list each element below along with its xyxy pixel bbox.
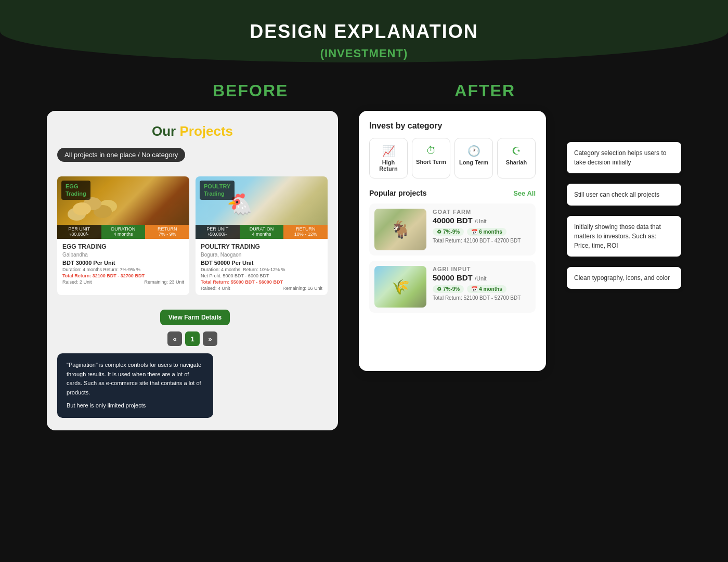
poultry-net-profit: Net Profit: 5000 BDT - 6000 BDT [201,273,322,278]
poultry-trading-card: POULTRYTrading PER UNIT৳50,000/- DURATIO… [196,176,328,295]
poultry-trading-image: POULTRYTrading PER UNIT৳50,000/- DURATIO… [196,176,328,239]
invest-by-category-title: Invest by category [369,121,536,131]
category-long-term[interactable]: 🕐 Long Term [454,138,493,178]
long-term-label: Long Term [458,159,489,165]
egg-total-return: Total Return: 32100 BDT - 32700 BDT [62,273,184,278]
view-farm-details-button[interactable]: View Farm Details [160,310,230,325]
popular-projects-title: Popular projects [369,189,426,197]
poultry-card-body: POULTRY TRADING Bogura, Naogaon BDT 5000… [196,239,328,295]
see-all-link[interactable]: See All [513,189,536,197]
egg-trading-card: EGGTrading PER UNIT৳30,000/- DURATION4 m… [57,176,189,295]
pagination: « 1 » [57,331,328,346]
annotation-3: Initially showing those data that matter… [567,216,681,257]
page-subtitle: (INVESTMENT) [21,47,707,60]
egg-card-location: Gaibandha [62,252,184,258]
page-content: DESIGN EXPLANATION (INVESTMENT) BEFORE A… [0,0,728,462]
popular-projects-header: Popular projects See All [369,189,536,197]
after-label: AFTER [454,81,515,100]
roi-icon: ♻ [437,229,441,235]
egg-overlay-label: EGGTrading [61,181,90,200]
poultry-card-title: POULTRY TRADING [201,243,322,250]
goat-farm-name: GOAT FARM [433,209,530,215]
category-grid: 📈 High Return ⏱ Short Term 🕐 Long Term ☪… [369,138,536,178]
egg-card-body: EGG TRADING Gaibandha BDT 30000 Per Unit… [57,239,189,289]
annotation-4: Clean typography, icons, and color [567,267,681,289]
before-panel: Our Projects All projects in one place /… [47,111,338,430]
agri-input-price: 50000 BDT /Unit [433,273,530,282]
goat-farm-info: GOAT FARM 40000 BDT /Unit ♻ 7%-9% 📅 6 mo… [433,209,530,250]
short-term-label: Short Term [415,159,447,165]
egg-raised-row: Raised: 2 Unit Remaining: 23 Unit [62,279,184,285]
main-area: Our Projects All projects in one place /… [21,111,707,430]
poultry-card-detail: Duration: 4 months Return: 10%-12% % [201,267,322,272]
short-term-icon: ⏱ [415,145,447,157]
annotation-1: Category selection helps users to take d… [567,142,681,173]
poultry-overlay-label: POULTRYTrading [200,181,235,200]
pagination-prev[interactable]: « [167,331,182,346]
egg-card-title: EGG TRADING [62,243,184,250]
our-text: Our [152,123,176,139]
section-labels: BEFORE AFTER [21,81,707,100]
category-shariah[interactable]: ☪ Shariah [497,138,536,178]
roi-icon-2: ♻ [437,286,441,292]
pagination-next[interactable]: » [203,331,217,346]
goat-farm-item: 🐐 GOAT FARM 40000 BDT /Unit ♻ 7%-9% 📅 [369,203,536,256]
long-term-icon: 🕐 [458,145,489,157]
goat-farm-roi-badge: ♻ 7%-9% [433,228,464,236]
poultry-card-stats: PER UNIT৳50,000/- DURATION4 months RETUR… [196,225,328,239]
agri-input-total-return: Total Return: 52100 BDT - 52700 BDT [433,295,530,301]
egg-duration-stat: DURATION4 months [101,225,146,239]
poultry-raised-row: Raised: 4 Unit Remaining: 16 Unit [201,286,322,291]
annotations-column: Category selection helps users to take d… [567,111,681,289]
egg-return-stat: RETURN7% - 9% [145,225,189,239]
shariah-label: Shariah [501,159,532,165]
high-return-icon: 📈 [373,145,404,157]
goat-farm-price: 40000 BDT /Unit [433,216,530,225]
poultry-card-location: Bogura, Naogaon [201,252,322,258]
category-short-term[interactable]: ⏱ Short Term [412,138,450,178]
category-high-return[interactable]: 📈 High Return [369,138,408,178]
egg-card-detail: Duration: 4 months Return: 7%-9% % [62,267,184,272]
goat-farm-badges: ♻ 7%-9% 📅 6 months [433,228,530,236]
poultry-duration-stat: DURATION4 months [240,225,284,239]
page-header: DESIGN EXPLANATION (INVESTMENT) [21,21,707,60]
egg-card-stats: PER UNIT৳30,000/- DURATION4 months RETUR… [57,225,189,239]
poultry-per-unit-stat: PER UNIT৳50,000/- [196,225,240,239]
agri-input-duration-badge: 📅 4 months [467,285,506,293]
all-projects-badge: All projects in one place / No category [57,148,185,162]
poultry-total-return: Total Return: 55000 BDT - 56000 BDT [201,279,322,285]
before-panel-title: Our Projects [57,123,328,139]
duration-icon-2: 📅 [471,286,477,292]
shariah-icon: ☪ [501,145,532,157]
agri-input-badges: ♻ 7%-9% 📅 4 months [433,285,530,293]
agri-input-roi-badge: ♻ 7%-9% [433,285,464,293]
duration-icon: 📅 [471,229,477,235]
agri-input-image: 🌾 [374,266,426,308]
pagination-tooltip: "Pagination" is complex controls for use… [57,353,213,418]
before-label: BEFORE [213,81,288,100]
pagination-page-1[interactable]: 1 [185,331,200,346]
agri-input-name: AGRI INPUT [433,266,530,272]
high-return-label: High Return [373,159,404,172]
project-cards-grid: EGGTrading PER UNIT৳30,000/- DURATION4 m… [57,176,328,295]
agri-input-info: AGRI INPUT 50000 BDT /Unit ♻ 7%-9% 📅 4 m… [433,266,530,308]
after-panel: Invest by category 📈 High Return ⏱ Short… [359,111,546,371]
poultry-card-price: BDT 50000 Per Unit [201,260,322,266]
agri-input-item: 🌾 AGRI INPUT 50000 BDT /Unit ♻ 7%-9% 📅 [369,261,536,313]
egg-card-price: BDT 30000 Per Unit [62,260,184,266]
projects-text: Projects [179,123,233,139]
egg-trading-image: EGGTrading PER UNIT৳30,000/- DURATION4 m… [57,176,189,239]
goat-farm-total-return: Total Return: 42100 BDT - 42700 BDT [433,238,530,244]
annotation-2: Still user can check all projects [567,184,681,206]
page-title: DESIGN EXPLANATION [21,21,707,43]
egg-per-unit-stat: PER UNIT৳30,000/- [57,225,101,239]
goat-farm-duration-badge: 📅 6 months [467,228,506,236]
goat-farm-image: 🐐 [374,209,426,250]
poultry-return-stat: RETURN10% - 12% [283,225,328,239]
